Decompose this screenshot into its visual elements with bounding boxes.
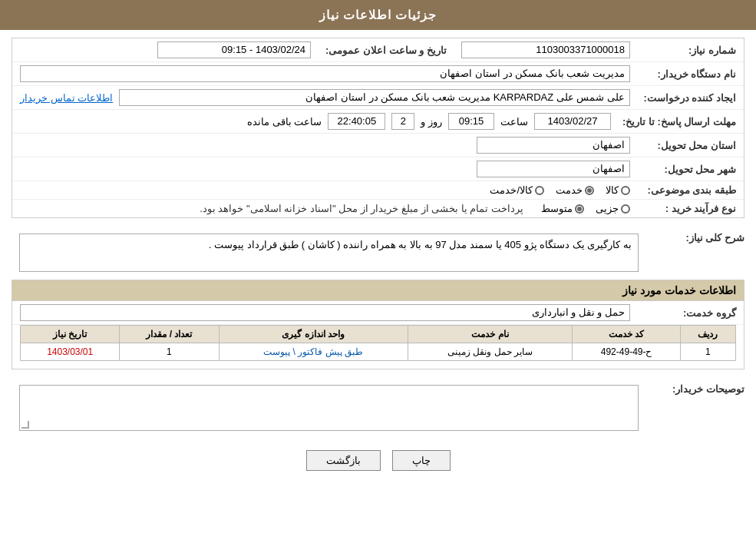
print-button[interactable]: چاپ bbox=[392, 450, 451, 471]
radio-motavasset-label: متوسط bbox=[541, 203, 573, 214]
cell-name: سایر حمل ونقل زمینی bbox=[408, 343, 573, 361]
back-button[interactable]: بازگشت bbox=[306, 450, 381, 471]
cell-vahed: طبق پیش فاکتور \ پیوست bbox=[219, 343, 408, 361]
ostan-label: استان محل تحویل: bbox=[636, 140, 736, 151]
khadamat-section-header: اطلاعات خدمات مورد نیاز bbox=[12, 280, 744, 301]
row-ostan: استان محل تحویل: اصفهان bbox=[12, 134, 744, 157]
row-grohe: گروه خدمت: حمل و نقل و انبارداری bbox=[12, 301, 744, 325]
cell-tarikh: 1403/03/01 bbox=[21, 343, 120, 361]
action-buttons: چاپ بازگشت bbox=[12, 439, 744, 482]
main-info-section: شماره نیاز: 1103003371000018 تاریخ و ساع… bbox=[12, 38, 744, 218]
cell-tedad: 1 bbox=[120, 343, 219, 361]
mohlat-baqi-label: ساعت باقی مانده bbox=[247, 116, 322, 128]
mohlat-time-label: ساعت bbox=[500, 116, 528, 128]
mohlat-label: مهلت ارسال پاسخ: تا تاریخ: bbox=[617, 116, 736, 128]
table-row: 1ح-49-49-492سایر حمل ونقل زمینیطبق پیش ف… bbox=[21, 343, 736, 361]
mohlat-roz: 2 bbox=[391, 113, 414, 130]
grohe-label: گروه خدمت: bbox=[636, 307, 736, 319]
page-title: جزئیات اطلاعات نیاز bbox=[319, 8, 437, 22]
nam-dastgah-label: نام دستگاه خریدار: bbox=[636, 68, 736, 80]
shahr-value: اصفهان bbox=[477, 161, 630, 177]
shomare-niaz-label: شماره نیاز: bbox=[636, 45, 736, 56]
shomare-niaz-value: 1103003371000018 bbox=[461, 41, 630, 58]
row-tosiyat: توصیحات خریدار: bbox=[12, 377, 744, 439]
row-ejad-konande: ایجاد کننده درخواست: علی شمس علی KARPARD… bbox=[12, 86, 744, 110]
mohlat-saat-countdown: 22:40:05 bbox=[328, 113, 385, 130]
row-sharh: شرح کلی نیاز: به کارگیری یک دستگاه پژو 4… bbox=[12, 226, 744, 280]
radio-jazee: جزیی bbox=[596, 203, 630, 214]
mohlat-roz-label: روز و bbox=[421, 116, 442, 128]
row-shomare-tarikh: شماره نیاز: 1103003371000018 تاریخ و ساع… bbox=[12, 38, 744, 62]
noe-farayand-label: نوع فرآیند خرید : bbox=[636, 203, 736, 214]
col-tedad: تعداد / مقدار bbox=[120, 326, 219, 343]
radio-khadamat-circle bbox=[585, 186, 594, 195]
row-shahr: شهر محل تحویل: اصفهان bbox=[12, 157, 744, 181]
tabaqe-label: طبقه بندی موضوعی: bbox=[636, 184, 736, 196]
radio-khadamat: خدمت bbox=[556, 184, 594, 196]
mohlat-date: 1403/02/27 bbox=[534, 113, 611, 130]
noe-farayand-description: پرداخت تمام یا بخشی از مبلغ خریدار از مح… bbox=[200, 203, 523, 214]
noe-farayand-radio-group: جزیی متوسط bbox=[541, 203, 630, 214]
ostan-value: اصفهان bbox=[477, 137, 630, 154]
radio-kala-label: کالا bbox=[606, 184, 619, 196]
tabaqe-radio-group: کالا خدمت کالا/خدمت bbox=[490, 184, 630, 196]
radio-jazee-circle bbox=[621, 204, 630, 214]
khadamat-table: ردیف کد خدمت نام خدمت واحد اندازه گیری ت… bbox=[20, 325, 736, 361]
tosiyat-label: توصیحات خریدار: bbox=[652, 380, 744, 395]
radio-kala-khadamat: کالا/خدمت bbox=[490, 184, 544, 196]
ejad-konande-label: ایجاد کننده درخواست: bbox=[636, 92, 736, 104]
tosiyat-box bbox=[19, 385, 639, 431]
row-mohlat: مهلت ارسال پاسخ: تا تاریخ: 1403/02/27 سا… bbox=[12, 110, 744, 134]
radio-kala-khadamat-circle bbox=[535, 186, 544, 195]
sharh-value: به کارگیری یک دستگاه پژو 405 یا سمند مدل… bbox=[19, 234, 639, 272]
radio-motavasset-circle bbox=[575, 204, 584, 214]
row-tabaqe: طبقه بندی موضوعی: کالا خدمت کالا/خدمت bbox=[12, 181, 744, 200]
sharh-label: شرح کلی نیاز: bbox=[652, 229, 744, 243]
row-nam-dastgah: نام دستگاه خریدار: مدیریت شعب بانک مسکن … bbox=[12, 62, 744, 86]
buyer-notes-resize bbox=[21, 421, 29, 429]
col-name: نام خدمت bbox=[408, 326, 573, 343]
ejad-konande-value: علی شمس علی KARPARDAZ مدیریت شعب بانک مس… bbox=[119, 89, 630, 106]
col-radif: ردیف bbox=[680, 326, 735, 343]
radio-jazee-label: جزیی bbox=[596, 203, 619, 214]
col-tarikh: تاریخ نیاز bbox=[21, 326, 120, 343]
radio-kala-circle bbox=[621, 186, 630, 195]
page-header: جزئیات اطلاعات نیاز bbox=[0, 0, 756, 30]
ejad-konande-link[interactable]: اطلاعات تماس خریدار bbox=[20, 92, 113, 104]
radio-kala-khadamat-label: کالا/خدمت bbox=[490, 184, 533, 196]
radio-motavasset: متوسط bbox=[541, 203, 584, 214]
tarikh-saat-label: تاریخ و ساعت اعلان عمومی: bbox=[317, 45, 455, 56]
grohe-value: حمل و نقل و انبارداری bbox=[20, 304, 630, 321]
nam-dastgah-value: مدیریت شعب بانک مسکن در استان اصفهان bbox=[20, 65, 630, 82]
cell-radif: 1 bbox=[680, 343, 735, 361]
shahr-label: شهر محل تحویل: bbox=[636, 164, 736, 175]
tarikh-saat-value: 1403/02/24 - 09:15 bbox=[157, 41, 311, 58]
row-noe-farayand: نوع فرآیند خرید : جزیی متوسط پرداخت تمام… bbox=[12, 200, 744, 217]
cell-kod: ح-49-49-492 bbox=[573, 343, 681, 361]
radio-kala: کالا bbox=[606, 184, 630, 196]
radio-khadamat-label: خدمت bbox=[556, 184, 583, 196]
khadamat-table-section: ردیف کد خدمت نام خدمت واحد اندازه گیری ت… bbox=[20, 325, 736, 361]
mohlat-time: 09:15 bbox=[448, 113, 494, 130]
col-kod: کد خدمت bbox=[573, 326, 681, 343]
khadamat-section: اطلاعات خدمات مورد نیاز گروه خدمت: حمل و… bbox=[12, 280, 744, 369]
col-vahed: واحد اندازه گیری bbox=[219, 326, 408, 343]
